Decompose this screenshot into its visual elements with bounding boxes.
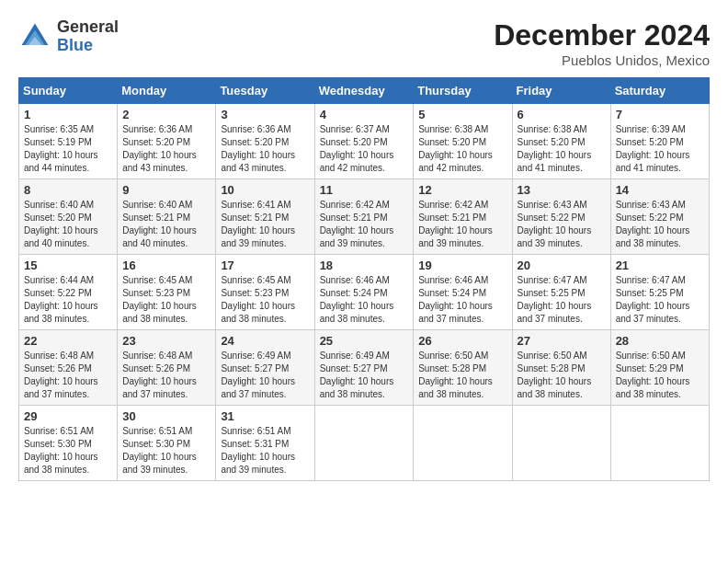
daylight-label: Daylight: 10 hours and 38 minutes. [221, 301, 295, 324]
sunset-label: Sunset: 5:22 PM [616, 213, 684, 223]
day-cell-7: 7 Sunrise: 6:39 AM Sunset: 5:20 PM Dayli… [610, 104, 709, 179]
daylight-label: Daylight: 10 hours and 41 minutes. [616, 150, 690, 173]
sunset-label: Sunset: 5:20 PM [418, 137, 486, 147]
day-number: 3 [221, 108, 309, 121]
day-number: 2 [122, 108, 210, 121]
daylight-label: Daylight: 10 hours and 44 minutes. [24, 150, 98, 173]
day-cell-18: 18 Sunrise: 6:46 AM Sunset: 5:24 PM Dayl… [314, 255, 414, 330]
sunrise-label: Sunrise: 6:46 AM [418, 275, 488, 285]
daylight-label: Daylight: 10 hours and 38 minutes. [616, 225, 690, 248]
day-cell-30: 30 Sunrise: 6:51 AM Sunset: 5:30 PM Dayl… [118, 406, 216, 481]
daylight-label: Daylight: 10 hours and 38 minutes. [518, 376, 592, 399]
day-number: 5 [418, 108, 506, 121]
daylight-label: Daylight: 10 hours and 39 minutes. [320, 225, 394, 248]
sunset-label: Sunset: 5:24 PM [418, 288, 486, 298]
sunrise-label: Sunrise: 6:40 AM [24, 200, 94, 210]
day-number: 23 [122, 334, 210, 348]
page-header: General Blue December 2024 Pueblos Unido… [18, 18, 710, 68]
sunrise-label: Sunrise: 6:51 AM [122, 426, 192, 436]
sunrise-label: Sunrise: 6:47 AM [616, 275, 686, 285]
day-info: Sunrise: 6:46 AM Sunset: 5:24 PM Dayligh… [320, 274, 409, 326]
calendar-week-4: 22 Sunrise: 6:48 AM Sunset: 5:26 PM Dayl… [19, 330, 710, 406]
day-info: Sunrise: 6:51 AM Sunset: 5:30 PM Dayligh… [24, 425, 112, 477]
day-info: Sunrise: 6:49 AM Sunset: 5:27 PM Dayligh… [221, 350, 309, 401]
month-title: December 2024 [494, 18, 710, 52]
day-number: 8 [24, 183, 112, 197]
sunset-label: Sunset: 5:25 PM [616, 288, 684, 298]
daylight-label: Daylight: 10 hours and 40 minutes. [24, 225, 98, 248]
day-number: 4 [320, 108, 409, 121]
sunset-label: Sunset: 5:23 PM [122, 288, 190, 298]
sunrise-label: Sunrise: 6:50 AM [616, 350, 686, 361]
day-number: 27 [518, 334, 606, 348]
day-number: 15 [24, 259, 112, 272]
sunrise-label: Sunrise: 6:42 AM [320, 200, 390, 210]
day-number: 26 [418, 334, 506, 348]
sunrise-label: Sunrise: 6:50 AM [418, 350, 488, 361]
empty-cell [314, 406, 414, 481]
empty-cell [512, 406, 610, 481]
col-friday: Friday [512, 78, 610, 104]
day-info: Sunrise: 6:38 AM Sunset: 5:20 PM Dayligh… [418, 123, 506, 175]
col-monday: Monday [118, 78, 216, 104]
day-cell-25: 25 Sunrise: 6:49 AM Sunset: 5:27 PM Dayl… [314, 330, 414, 406]
sunset-label: Sunset: 5:28 PM [418, 363, 486, 373]
sunrise-label: Sunrise: 6:42 AM [418, 200, 488, 210]
sunset-label: Sunset: 5:20 PM [24, 213, 92, 223]
sunset-label: Sunset: 5:22 PM [518, 213, 586, 223]
sunset-label: Sunset: 5:23 PM [221, 288, 289, 298]
day-info: Sunrise: 6:40 AM Sunset: 5:20 PM Dayligh… [24, 199, 112, 250]
sunset-label: Sunset: 5:21 PM [221, 213, 289, 223]
sunrise-label: Sunrise: 6:49 AM [221, 350, 290, 361]
day-number: 17 [221, 259, 309, 272]
location: Pueblos Unidos, Mexico [494, 52, 710, 68]
day-info: Sunrise: 6:37 AM Sunset: 5:20 PM Dayligh… [320, 123, 409, 175]
day-cell-21: 21 Sunrise: 6:47 AM Sunset: 5:25 PM Dayl… [610, 255, 709, 330]
sunrise-label: Sunrise: 6:35 AM [24, 124, 94, 134]
day-cell-28: 28 Sunrise: 6:50 AM Sunset: 5:29 PM Dayl… [610, 330, 709, 406]
sunrise-label: Sunrise: 6:41 AM [221, 200, 290, 210]
calendar-week-1: 1 Sunrise: 6:35 AM Sunset: 5:19 PM Dayli… [19, 104, 710, 179]
day-cell-17: 17 Sunrise: 6:45 AM Sunset: 5:23 PM Dayl… [216, 255, 314, 330]
sunset-label: Sunset: 5:22 PM [24, 288, 92, 298]
sunrise-label: Sunrise: 6:46 AM [320, 275, 390, 285]
col-tuesday: Tuesday [216, 78, 314, 104]
day-cell-19: 19 Sunrise: 6:46 AM Sunset: 5:24 PM Dayl… [414, 255, 512, 330]
day-number: 6 [518, 108, 606, 121]
col-sunday: Sunday [19, 78, 118, 104]
day-info: Sunrise: 6:48 AM Sunset: 5:26 PM Dayligh… [122, 350, 210, 401]
daylight-label: Daylight: 10 hours and 39 minutes. [122, 452, 197, 475]
sunset-label: Sunset: 5:28 PM [518, 363, 586, 373]
day-cell-22: 22 Sunrise: 6:48 AM Sunset: 5:26 PM Dayl… [19, 330, 118, 406]
day-info: Sunrise: 6:47 AM Sunset: 5:25 PM Dayligh… [616, 274, 704, 326]
sunset-label: Sunset: 5:20 PM [320, 137, 388, 147]
day-number: 10 [221, 183, 309, 197]
sunset-label: Sunset: 5:19 PM [24, 137, 92, 147]
day-number: 13 [518, 183, 606, 197]
day-number: 24 [221, 334, 309, 348]
calendar-table: Sunday Monday Tuesday Wednesday Thursday… [18, 77, 710, 481]
sunset-label: Sunset: 5:20 PM [616, 137, 684, 147]
sunrise-label: Sunrise: 6:48 AM [122, 350, 192, 361]
day-info: Sunrise: 6:45 AM Sunset: 5:23 PM Dayligh… [221, 274, 309, 326]
day-number: 18 [320, 259, 409, 272]
day-info: Sunrise: 6:38 AM Sunset: 5:20 PM Dayligh… [518, 123, 606, 175]
col-saturday: Saturday [610, 78, 709, 104]
day-number: 28 [616, 334, 704, 348]
day-cell-26: 26 Sunrise: 6:50 AM Sunset: 5:28 PM Dayl… [414, 330, 512, 406]
day-number: 25 [320, 334, 409, 348]
logo: General Blue [18, 18, 119, 55]
day-number: 14 [616, 183, 704, 197]
day-cell-1: 1 Sunrise: 6:35 AM Sunset: 5:19 PM Dayli… [19, 104, 118, 179]
day-info: Sunrise: 6:48 AM Sunset: 5:26 PM Dayligh… [24, 350, 112, 401]
day-cell-16: 16 Sunrise: 6:45 AM Sunset: 5:23 PM Dayl… [118, 255, 216, 330]
calendar-header-row: Sunday Monday Tuesday Wednesday Thursday… [19, 78, 710, 104]
day-cell-14: 14 Sunrise: 6:43 AM Sunset: 5:22 PM Dayl… [610, 179, 709, 255]
sunset-label: Sunset: 5:24 PM [320, 288, 388, 298]
col-thursday: Thursday [414, 78, 512, 104]
day-info: Sunrise: 6:40 AM Sunset: 5:21 PM Dayligh… [122, 199, 210, 250]
day-number: 11 [320, 183, 409, 197]
day-number: 20 [518, 259, 606, 272]
day-number: 19 [418, 259, 506, 272]
day-number: 21 [616, 259, 704, 272]
